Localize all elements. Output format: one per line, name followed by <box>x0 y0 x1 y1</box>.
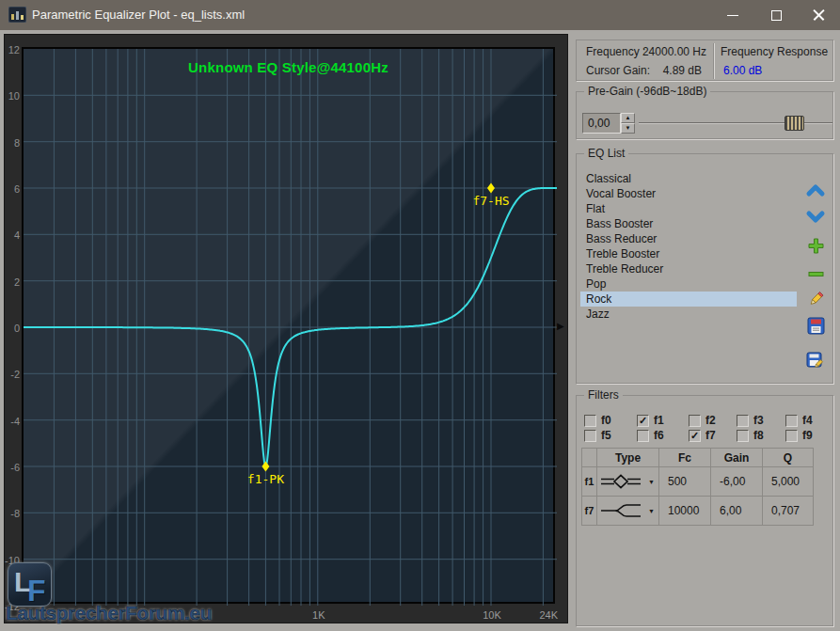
filter-checkbox-label-f6: f6 <box>654 429 664 442</box>
pregain-input[interactable]: 0,00 <box>582 113 621 134</box>
dropdown-arrow-icon: ▼ <box>648 508 655 514</box>
minimize-button[interactable] <box>711 0 754 30</box>
filter-checkbox-f4[interactable] <box>785 415 798 427</box>
titlebar: Parametric Equalizer Plot - eq_lists.xml <box>0 0 840 30</box>
header-gain: Gain <box>711 449 763 467</box>
filter-checkbox-label-f8: f8 <box>753 429 764 442</box>
info-divider <box>713 43 715 79</box>
q-cell-f7[interactable]: 0,707 <box>763 497 814 526</box>
filter-checkbox-label-f5: f5 <box>601 429 611 442</box>
filter-checkbox-f7[interactable]: ✓ <box>689 430 701 442</box>
filter-checkbox-f2[interactable] <box>689 415 701 427</box>
window-title: Parametric Equalizer Plot - eq_lists.xml <box>32 0 245 30</box>
y-axis-tick--2: -2 <box>5 369 20 380</box>
filter-checkbox-f0[interactable] <box>584 415 596 427</box>
filter-checkbox-f8[interactable] <box>737 430 749 442</box>
eq-list-item-rock[interactable]: Rock <box>580 292 797 307</box>
eq-list-item-vocal-booster[interactable]: Vocal Booster <box>580 186 797 201</box>
type-dropdown-f7[interactable]: ▼ <box>597 497 659 526</box>
header-fc: Fc <box>659 449 711 467</box>
filter-checkbox-label-f1: f1 <box>654 414 664 427</box>
move-down-button[interactable] <box>802 204 829 230</box>
save-as-icon <box>806 351 825 370</box>
add-preset-button[interactable] <box>802 232 829 259</box>
peaking-filter-icon <box>599 471 642 492</box>
y-axis-tick--8: -8 <box>5 508 20 519</box>
remove-preset-button[interactable] <box>802 260 829 287</box>
header-type: Type <box>597 449 659 467</box>
maximize-button[interactable] <box>754 0 798 30</box>
header-row <box>582 449 597 467</box>
fc-cell-f1[interactable]: 500 <box>659 467 711 497</box>
eq-list-item-bass-reducer[interactable]: Bass Reducer <box>580 231 797 246</box>
row-label-f1: f1 <box>582 467 597 497</box>
x-axis-tick-1K: 1K <box>312 609 325 621</box>
eq-list-item-jazz[interactable]: Jazz <box>580 307 797 322</box>
chevron-down-icon <box>805 209 826 226</box>
y-axis-tick--4: -4 <box>5 416 20 427</box>
spin-up-button[interactable]: ▲ <box>621 113 635 123</box>
marker-diamond-f7-HS <box>487 183 495 194</box>
minimize-icon <box>727 15 738 16</box>
filter-checkbox-f9[interactable] <box>785 430 798 442</box>
save-button[interactable] <box>802 312 829 339</box>
filters-title: Filters <box>584 388 623 402</box>
type-dropdown-f1[interactable]: ▼ <box>597 467 659 497</box>
q-cell-f1[interactable]: 5,000 <box>763 467 814 497</box>
high-shelf-filter-icon <box>599 500 642 521</box>
eq-plot-area[interactable]: f1-PKf7-HS Unknown EQ Style@44100Hz <box>22 47 555 604</box>
row-label-f7: f7 <box>582 497 597 526</box>
filter-checkbox-f6[interactable] <box>637 430 649 442</box>
filter-row-f1: f1 ▼ 500 -6,00 5,000 <box>582 467 814 497</box>
y-axis-tick-10: 10 <box>5 90 20 102</box>
filter-checkbox-f5[interactable] <box>584 430 596 442</box>
eq-list-item-pop[interactable]: Pop <box>580 276 797 292</box>
close-icon <box>813 9 825 22</box>
eq-curve-svg: f1-PKf7-HS <box>24 49 557 606</box>
filter-table-header-row: Type Fc Gain Q <box>582 449 814 467</box>
spin-down-button[interactable]: ▼ <box>621 123 635 134</box>
eq-list-item-treble-reducer[interactable]: Treble Reducer <box>580 261 797 276</box>
filter-checkbox-f1[interactable]: ✓ <box>637 415 649 427</box>
maximize-icon <box>771 10 782 21</box>
filter-row-f7: f7 ▼ 10000 6,00 0,707 <box>582 497 814 526</box>
eq-list-item-flat[interactable]: Flat <box>580 201 797 216</box>
marker-diamond-f1-PK <box>262 462 269 472</box>
filter-table: Type Fc Gain Q f1 ▼ 500 -6,00 5,000 <box>581 448 814 526</box>
pregain-slider-handle[interactable] <box>785 116 804 131</box>
cursor-gain-value: 4.89 dB <box>631 64 702 77</box>
filter-checkbox-f3[interactable] <box>737 415 749 427</box>
eq-list-title: EQ List <box>584 147 628 161</box>
eq-list-item-treble-booster[interactable]: Treble Booster <box>580 246 797 261</box>
gain-cell-f7[interactable]: 6,00 <box>711 497 763 526</box>
close-button[interactable] <box>797 0 840 30</box>
y-axis-tick-6: 6 <box>5 183 20 195</box>
watermark-logo: L F <box>8 562 52 607</box>
frequency-value: 24000.00 Hz <box>631 45 706 58</box>
filter-checkbox-label-f3: f3 <box>753 414 764 427</box>
app-icon <box>8 7 26 23</box>
filter-checkbox-label-f7: f7 <box>705 429 716 442</box>
plot-title: Unknown EQ Style@44100Hz <box>24 59 553 75</box>
filter-checkbox-label-f4: f4 <box>802 414 813 427</box>
eq-list: Classical Vocal Booster Flat Bass Booste… <box>580 171 797 322</box>
eq-list-item-classical[interactable]: Classical <box>580 171 797 186</box>
save-as-button[interactable] <box>802 347 829 373</box>
gain-cell-f1[interactable]: -6,00 <box>711 467 763 497</box>
fc-cell-f7[interactable]: 10000 <box>659 497 711 526</box>
x-axis-tick-10K: 10K <box>483 609 501 621</box>
edit-preset-button[interactable] <box>802 287 829 313</box>
save-icon <box>807 317 825 335</box>
pregain-spinner: ▲ ▼ <box>621 113 635 134</box>
chevron-up-icon <box>805 181 826 198</box>
pan-right-icon[interactable]: ▶ <box>557 322 564 331</box>
y-axis-tick-4: 4 <box>5 229 20 241</box>
y-axis-tick--6: -6 <box>5 462 20 473</box>
eq-list-item-bass-booster[interactable]: Bass Booster <box>580 216 797 231</box>
pencil-icon <box>806 291 825 309</box>
pregain-title: Pre-Gain (-96dB~18dB) <box>584 85 710 99</box>
dropdown-arrow-icon: ▼ <box>648 479 655 485</box>
move-up-button[interactable] <box>802 177 829 203</box>
filter-checkbox-label-f2: f2 <box>705 414 716 427</box>
x-axis-tick-24K: 24K <box>539 609 558 621</box>
